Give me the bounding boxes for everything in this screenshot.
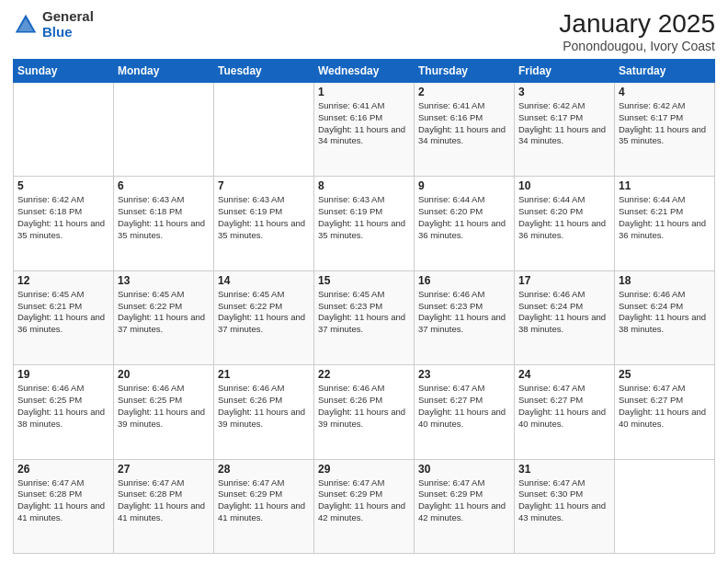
day-number: 25 xyxy=(619,368,711,381)
calendar-header: SundayMondayTuesdayWednesdayThursdayFrid… xyxy=(14,60,715,83)
calendar-cell: 29Sunrise: 6:47 AMSunset: 6:29 PMDayligh… xyxy=(314,459,415,553)
day-info: Sunrise: 6:44 AMSunset: 6:20 PMDaylight:… xyxy=(418,194,510,241)
logo: General Blue xyxy=(13,9,94,40)
day-info: Sunrise: 6:46 AMSunset: 6:24 PMDaylight:… xyxy=(619,289,711,336)
day-info: Sunrise: 6:45 AMSunset: 6:22 PMDaylight:… xyxy=(118,289,210,336)
day-number: 22 xyxy=(318,368,410,381)
day-info: Sunrise: 6:46 AMSunset: 6:25 PMDaylight:… xyxy=(17,383,109,430)
day-number: 20 xyxy=(118,368,210,381)
subtitle: Ponondougou, Ivory Coast xyxy=(559,39,715,53)
day-info: Sunrise: 6:46 AMSunset: 6:24 PMDaylight:… xyxy=(518,289,610,336)
day-number: 11 xyxy=(619,179,711,192)
calendar-cell xyxy=(214,83,314,177)
day-info: Sunrise: 6:47 AMSunset: 6:29 PMDaylight:… xyxy=(218,477,310,524)
calendar-cell: 19Sunrise: 6:46 AMSunset: 6:25 PMDayligh… xyxy=(14,365,114,459)
calendar-week: 26Sunrise: 6:47 AMSunset: 6:28 PMDayligh… xyxy=(14,459,715,553)
day-number: 1 xyxy=(318,86,410,98)
day-number: 8 xyxy=(318,179,410,192)
day-info: Sunrise: 6:47 AMSunset: 6:28 PMDaylight:… xyxy=(17,477,109,524)
day-header: Friday xyxy=(515,60,615,83)
calendar-cell: 16Sunrise: 6:46 AMSunset: 6:23 PMDayligh… xyxy=(415,270,515,364)
day-number: 21 xyxy=(218,368,310,381)
calendar-cell: 9Sunrise: 6:44 AMSunset: 6:20 PMDaylight… xyxy=(415,177,515,270)
day-header: Tuesday xyxy=(214,60,314,83)
day-info: Sunrise: 6:47 AMSunset: 6:28 PMDaylight:… xyxy=(118,477,210,524)
logo-text: General Blue xyxy=(42,9,94,40)
header: General Blue January 2025 Ponondougou, I… xyxy=(13,9,715,53)
day-info: Sunrise: 6:42 AMSunset: 6:17 PMDaylight:… xyxy=(619,100,711,147)
day-number: 2 xyxy=(418,86,510,98)
day-info: Sunrise: 6:47 AMSunset: 6:27 PMDaylight:… xyxy=(619,383,711,430)
calendar-cell: 18Sunrise: 6:46 AMSunset: 6:24 PMDayligh… xyxy=(615,270,715,364)
day-info: Sunrise: 6:44 AMSunset: 6:20 PMDaylight:… xyxy=(518,194,610,241)
day-info: Sunrise: 6:46 AMSunset: 6:26 PMDaylight:… xyxy=(318,383,410,430)
calendar-cell: 26Sunrise: 6:47 AMSunset: 6:28 PMDayligh… xyxy=(14,459,114,553)
day-info: Sunrise: 6:47 AMSunset: 6:30 PMDaylight:… xyxy=(518,477,610,524)
day-number: 19 xyxy=(17,368,109,381)
calendar-cell: 21Sunrise: 6:46 AMSunset: 6:26 PMDayligh… xyxy=(214,365,314,459)
day-number: 12 xyxy=(17,274,109,287)
day-number: 5 xyxy=(17,179,109,192)
calendar-cell: 31Sunrise: 6:47 AMSunset: 6:30 PMDayligh… xyxy=(515,459,615,553)
day-info: Sunrise: 6:44 AMSunset: 6:21 PMDaylight:… xyxy=(619,194,711,241)
calendar-cell: 27Sunrise: 6:47 AMSunset: 6:28 PMDayligh… xyxy=(114,459,214,553)
day-info: Sunrise: 6:46 AMSunset: 6:23 PMDaylight:… xyxy=(418,289,510,336)
day-info: Sunrise: 6:47 AMSunset: 6:27 PMDaylight:… xyxy=(418,383,510,430)
calendar-cell: 5Sunrise: 6:42 AMSunset: 6:18 PMDaylight… xyxy=(14,177,114,270)
calendar-cell xyxy=(114,83,214,177)
day-number: 4 xyxy=(619,86,711,98)
title-block: January 2025 Ponondougou, Ivory Coast xyxy=(559,9,715,53)
day-number: 16 xyxy=(418,274,510,287)
calendar-cell: 15Sunrise: 6:45 AMSunset: 6:23 PMDayligh… xyxy=(314,270,415,364)
day-info: Sunrise: 6:45 AMSunset: 6:22 PMDaylight:… xyxy=(218,289,310,336)
day-header: Wednesday xyxy=(314,60,415,83)
header-row: SundayMondayTuesdayWednesdayThursdayFrid… xyxy=(14,60,715,83)
day-info: Sunrise: 6:46 AMSunset: 6:26 PMDaylight:… xyxy=(218,383,310,430)
calendar-cell xyxy=(615,459,715,553)
day-number: 13 xyxy=(118,274,210,287)
calendar-week: 19Sunrise: 6:46 AMSunset: 6:25 PMDayligh… xyxy=(14,365,715,459)
calendar-cell: 8Sunrise: 6:43 AMSunset: 6:19 PMDaylight… xyxy=(314,177,415,270)
calendar-cell: 3Sunrise: 6:42 AMSunset: 6:17 PMDaylight… xyxy=(515,83,615,177)
day-info: Sunrise: 6:43 AMSunset: 6:19 PMDaylight:… xyxy=(218,194,310,241)
day-info: Sunrise: 6:41 AMSunset: 6:16 PMDaylight:… xyxy=(318,100,410,147)
day-info: Sunrise: 6:45 AMSunset: 6:23 PMDaylight:… xyxy=(318,289,410,336)
day-number: 9 xyxy=(418,179,510,192)
day-info: Sunrise: 6:47 AMSunset: 6:29 PMDaylight:… xyxy=(418,477,510,524)
calendar-cell: 24Sunrise: 6:47 AMSunset: 6:27 PMDayligh… xyxy=(515,365,615,459)
calendar-cell: 30Sunrise: 6:47 AMSunset: 6:29 PMDayligh… xyxy=(415,459,515,553)
day-number: 27 xyxy=(118,463,210,476)
day-info: Sunrise: 6:43 AMSunset: 6:19 PMDaylight:… xyxy=(318,194,410,241)
main-title: January 2025 xyxy=(559,9,715,39)
day-header: Thursday xyxy=(415,60,515,83)
day-info: Sunrise: 6:47 AMSunset: 6:27 PMDaylight:… xyxy=(518,383,610,430)
calendar-cell: 12Sunrise: 6:45 AMSunset: 6:21 PMDayligh… xyxy=(14,270,114,364)
calendar-cell: 20Sunrise: 6:46 AMSunset: 6:25 PMDayligh… xyxy=(114,365,214,459)
calendar-body: 1Sunrise: 6:41 AMSunset: 6:16 PMDaylight… xyxy=(14,83,715,554)
day-number: 31 xyxy=(518,463,610,476)
day-info: Sunrise: 6:43 AMSunset: 6:18 PMDaylight:… xyxy=(118,194,210,241)
calendar-cell: 1Sunrise: 6:41 AMSunset: 6:16 PMDaylight… xyxy=(314,83,415,177)
day-info: Sunrise: 6:41 AMSunset: 6:16 PMDaylight:… xyxy=(418,100,510,147)
page: General Blue January 2025 Ponondougou, I… xyxy=(0,0,728,563)
day-number: 6 xyxy=(118,179,210,192)
day-number: 15 xyxy=(318,274,410,287)
logo-blue: Blue xyxy=(42,25,94,40)
day-number: 7 xyxy=(218,179,310,192)
calendar-cell: 22Sunrise: 6:46 AMSunset: 6:26 PMDayligh… xyxy=(314,365,415,459)
day-info: Sunrise: 6:47 AMSunset: 6:29 PMDaylight:… xyxy=(318,477,410,524)
calendar-cell xyxy=(14,83,114,177)
calendar-week: 1Sunrise: 6:41 AMSunset: 6:16 PMDaylight… xyxy=(14,83,715,177)
day-number: 26 xyxy=(17,463,109,476)
day-number: 14 xyxy=(218,274,310,287)
calendar: SundayMondayTuesdayWednesdayThursdayFrid… xyxy=(13,59,715,554)
calendar-cell: 11Sunrise: 6:44 AMSunset: 6:21 PMDayligh… xyxy=(615,177,715,270)
day-header: Saturday xyxy=(615,60,715,83)
logo-icon xyxy=(13,12,39,38)
day-header: Sunday xyxy=(14,60,114,83)
calendar-cell: 2Sunrise: 6:41 AMSunset: 6:16 PMDaylight… xyxy=(415,83,515,177)
day-info: Sunrise: 6:42 AMSunset: 6:17 PMDaylight:… xyxy=(518,100,610,147)
day-number: 28 xyxy=(218,463,310,476)
day-number: 24 xyxy=(518,368,610,381)
day-number: 23 xyxy=(418,368,510,381)
